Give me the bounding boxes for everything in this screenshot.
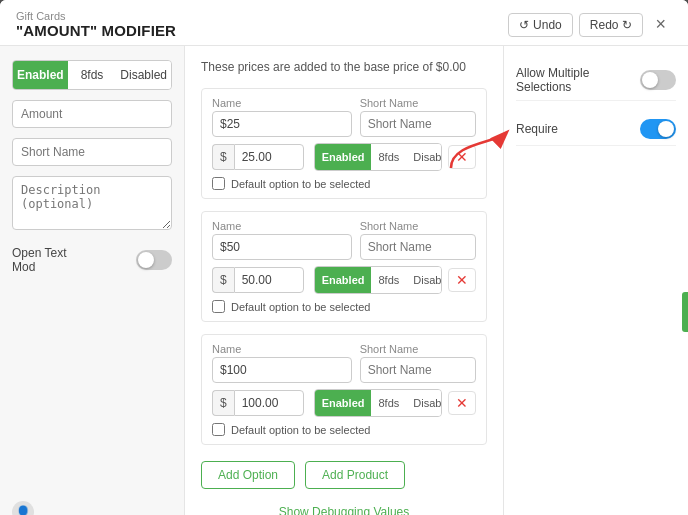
option-3-price-wrap: $ — [212, 390, 304, 416]
open-text-toggle[interactable] — [136, 250, 172, 270]
toggle-disabled[interactable]: Disabled — [116, 61, 171, 89]
allow-multiple-track — [640, 70, 676, 90]
scroll-indicator — [682, 292, 688, 332]
modal-container: Gift Cards "AMOUNT" MODIFIER ↺ Undo Redo… — [0, 0, 688, 515]
modal-title: "AMOUNT" MODIFIER — [16, 22, 176, 39]
open-text-thumb — [138, 252, 154, 268]
require-track — [640, 119, 676, 139]
option-row-3-names: Name Short Name — [212, 343, 476, 383]
option-block-1: Name Short Name $ Enabled 8fd — [201, 88, 487, 199]
option-2-status-enabled[interactable]: Enabled — [315, 267, 372, 293]
main-content: These prices are added to the base price… — [185, 46, 503, 515]
open-text-track — [136, 250, 172, 270]
option-2-name-input[interactable] — [212, 234, 352, 260]
option-1-name-label: Name — [212, 97, 352, 109]
close-button[interactable]: × — [649, 12, 672, 37]
option-3-default-checkbox[interactable] — [212, 423, 225, 436]
sidebar: Enabled 8fds Disabled Open Text Mod 👤 — [0, 46, 185, 515]
option-3-default-text: Default option to be selected — [231, 424, 370, 436]
option-2-default-checkbox[interactable] — [212, 300, 225, 313]
option-2-price-wrap: $ — [212, 267, 304, 293]
option-2-name-group: Name — [212, 220, 352, 260]
option-1-status-8fd[interactable]: 8fds — [371, 144, 406, 170]
option-2-status-8fd[interactable]: 8fds — [371, 267, 406, 293]
undo-button[interactable]: ↺ Undo — [508, 13, 573, 37]
option-3-short-input[interactable] — [360, 357, 476, 383]
option-3-delete-button[interactable]: ✕ — [448, 391, 476, 415]
option-2-status-toggle: Enabled 8fds Disabled — [314, 266, 442, 294]
allow-multiple-label: Allow Multiple Selections — [516, 66, 640, 94]
amount-input[interactable] — [12, 100, 172, 128]
option-2-delete-button[interactable]: ✕ — [448, 268, 476, 292]
add-option-button[interactable]: Add Option — [201, 461, 295, 489]
toggle-8fd[interactable]: 8fds — [68, 61, 117, 89]
option-1-default-label[interactable]: Default option to be selected — [212, 177, 476, 190]
dollar-sign-1: $ — [212, 144, 234, 170]
undo-icon: ↺ — [519, 18, 529, 32]
header-left: Gift Cards "AMOUNT" MODIFIER — [16, 10, 176, 39]
option-2-price-row: $ Enabled 8fds Disabled ✕ — [212, 266, 476, 294]
option-1-name-input[interactable] — [212, 111, 352, 137]
option-3-status-8fd[interactable]: 8fds — [371, 390, 406, 416]
option-3-status-toggle: Enabled 8fds Disabled — [314, 389, 442, 417]
option-2-price-input[interactable] — [234, 267, 304, 293]
option-3-status-enabled[interactable]: Enabled — [315, 390, 372, 416]
allow-multiple-thumb — [642, 72, 658, 88]
option-2-short-label: Short Name — [360, 220, 476, 232]
toggle-enabled[interactable]: Enabled — [13, 61, 68, 89]
option-row-1-names: Name Short Name — [212, 97, 476, 137]
add-product-button[interactable]: Add Product — [305, 461, 405, 489]
option-block-3: Name Short Name $ Enabled 8fd — [201, 334, 487, 445]
option-1-price-row: $ Enabled 8fds Disabled ✕ — [212, 143, 476, 171]
dollar-sign-3: $ — [212, 390, 234, 416]
option-3-short-label: Short Name — [360, 343, 476, 355]
require-toggle[interactable] — [640, 119, 676, 139]
header-actions: ↺ Undo Redo ↻ × — [508, 12, 672, 37]
option-2-status-disabled[interactable]: Disabled — [406, 267, 442, 293]
option-3-status-disabled[interactable]: Disabled — [406, 390, 442, 416]
user-avatar: 👤 — [12, 501, 34, 515]
option-1-short-label: Short Name — [360, 97, 476, 109]
option-1-price-input[interactable] — [234, 144, 304, 170]
redo-label: Redo — [590, 18, 619, 32]
allow-multiple-row: Allow Multiple Selections — [516, 60, 676, 101]
option-1-status-disabled[interactable]: Disabled — [406, 144, 442, 170]
breadcrumb: Gift Cards — [16, 10, 176, 22]
modal-body: Enabled 8fds Disabled Open Text Mod 👤 — [0, 46, 688, 515]
redo-button[interactable]: Redo ↻ — [579, 13, 644, 37]
red-arrow-icon — [446, 123, 516, 173]
sidebar-bottom: 👤 — [12, 491, 172, 515]
option-2-short-input[interactable] — [360, 234, 476, 260]
option-1-default-checkbox[interactable] — [212, 177, 225, 190]
dollar-sign-2: $ — [212, 267, 234, 293]
base-price-note: These prices are added to the base price… — [201, 60, 487, 74]
option-row-2-names: Name Short Name — [212, 220, 476, 260]
action-buttons: Add Option Add Product — [201, 461, 487, 489]
option-3-price-input[interactable] — [234, 390, 304, 416]
option-3-name-group: Name — [212, 343, 352, 383]
option-block-2: Name Short Name $ Enabled 8fd — [201, 211, 487, 322]
option-1-status-enabled[interactable]: Enabled — [315, 144, 372, 170]
require-label: Require — [516, 122, 640, 136]
option-2-default-label[interactable]: Default option to be selected — [212, 300, 476, 313]
require-thumb — [658, 121, 674, 137]
option-3-price-row: $ Enabled 8fds Disabled ✕ — [212, 389, 476, 417]
option-1-default-text: Default option to be selected — [231, 178, 370, 190]
option-2-default-text: Default option to be selected — [231, 301, 370, 313]
option-3-name-input[interactable] — [212, 357, 352, 383]
allow-multiple-toggle[interactable] — [640, 70, 676, 90]
option-2-name-label: Name — [212, 220, 352, 232]
debug-link[interactable]: Show Debugging Values — [201, 501, 487, 515]
undo-label: Undo — [533, 18, 562, 32]
option-2-short-name-group: Short Name — [360, 220, 476, 260]
option-3-name-label: Name — [212, 343, 352, 355]
short-name-input[interactable] — [12, 138, 172, 166]
modal-header: Gift Cards "AMOUNT" MODIFIER ↺ Undo Redo… — [0, 0, 688, 46]
option-1-status-toggle: Enabled 8fds Disabled — [314, 143, 442, 171]
open-text-row: Open Text Mod — [12, 246, 172, 274]
option-1-price-wrap: $ — [212, 144, 304, 170]
status-toggle-group: Enabled 8fds Disabled — [12, 60, 172, 90]
open-text-label: Open Text Mod — [12, 246, 66, 274]
description-input[interactable] — [12, 176, 172, 230]
option-3-default-label[interactable]: Default option to be selected — [212, 423, 476, 436]
